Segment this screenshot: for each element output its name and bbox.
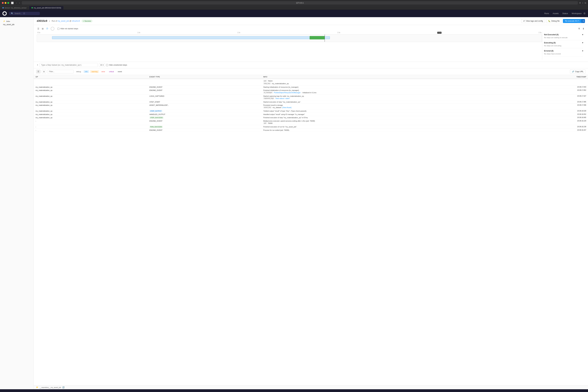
url-bar[interactable]: 127.0.0.1 [22, 1, 578, 4]
step-subset-input[interactable] [39, 63, 98, 67]
log-filter-input[interactable] [47, 70, 74, 74]
view-stdout-link[interactable]: View stdout / stderr [275, 98, 290, 99]
sidebar-toggle[interactable]: ⬜ [10, 2, 14, 4]
info-main: Started execution of step "my_materializ… [263, 101, 524, 103]
traffic-lights [2, 2, 9, 4]
hide-not-started-checkbox[interactable] [57, 28, 59, 30]
debug-file-button[interactable]: 🐛 Debug file [546, 19, 562, 23]
tab-asset-job-label: my_asset_job d3f215c9 [SUCCESS] [34, 7, 61, 9]
event-type-cell: ENGINE_EVENT [148, 128, 261, 132]
log-critical-filter[interactable]: critical [108, 70, 115, 73]
settings-icon[interactable]: ⚙ [584, 12, 586, 15]
nav-runs[interactable]: Runs [544, 12, 549, 14]
copy-icon[interactable]: ⧉ [585, 2, 586, 4]
filter-icon-btn[interactable]: ⚗ [578, 27, 581, 30]
nav-workspace[interactable]: Workspace [572, 12, 582, 14]
chevron-down-executing-icon: ▾ [582, 42, 583, 44]
timestamp-cell: 20:38:18.065 [525, 116, 588, 120]
log-info-filter[interactable]: info [84, 70, 89, 73]
nav-assets[interactable]: Assets [553, 12, 559, 14]
table-row: my_materialization_op HANDLED_OUTPUT Han… [34, 113, 588, 116]
timeline-ruler: 0.5s 1.0s 1.5s 2.0s 2.2s 2.5s [37, 32, 542, 34]
timestamp-cell: 20:38:18.239 [525, 125, 588, 128]
tab-bar: Sensor: my_directory_sensor my_asset_job… [0, 6, 588, 10]
step-success-tag: STEP_SUCCESS [150, 117, 164, 119]
reexecute-split-button: Re-execute All (*) ▾ [563, 19, 585, 23]
col-op: OP [34, 75, 148, 79]
download-icon-btn[interactable]: ⬇ [582, 27, 585, 30]
log-warning-filter[interactable]: warning [90, 70, 99, 73]
info-cell: Multiprocess executor: parent process ex… [261, 120, 525, 125]
executing-header[interactable]: Executing (0) ▾ [544, 42, 583, 44]
sub-suffix: - Initialized in 0.1ms [302, 92, 316, 94]
hide-unselected-checkbox[interactable] [106, 64, 108, 66]
logo[interactable] [2, 11, 7, 16]
errored-header[interactable]: Errored (0) ▾ [544, 50, 583, 52]
info-main: Handled output "result" using IO manager… [263, 114, 524, 115]
info-main: Finished initialization of resources [io… [263, 90, 524, 91]
ruler-1.5s: 1.5s [237, 32, 240, 34]
sidebar-jobs-section: ⚡ Jobs my_asset_job [0, 20, 33, 28]
fullscreen-button-tl[interactable] [7, 2, 9, 4]
timestamp-cell: 20:38:17.852 [525, 89, 588, 94]
share-icon[interactable]: ⬆ [579, 2, 581, 4]
op-cell: - [34, 128, 148, 132]
event-type-cell: LOGS_CAPTURED [148, 94, 261, 100]
hide-not-started-label[interactable]: Hide not started steps [57, 28, 78, 30]
not-executed-header[interactable]: Not Executed (0) ▾ [544, 34, 583, 36]
run-actions: 🏷 View tags and config 🐛 Debug file Re-e… [521, 19, 585, 23]
view-asset-link[interactable]: [View Asset] [282, 106, 291, 108]
close-button-tl[interactable] [2, 2, 4, 4]
hide-unselected-label[interactable]: Hide unselected steps [106, 64, 127, 66]
log-event-filter[interactable]: event [116, 70, 123, 73]
event-type-cell: HANDLED_OUTPUT [148, 113, 261, 116]
nav-links: Runs Assets Status Workspace [544, 12, 582, 14]
forward-button[interactable]: › [19, 2, 21, 4]
sidebar: ⚡ Jobs my_asset_job [0, 17, 34, 389]
timeline-gantt-btn[interactable]: ⏱ [45, 27, 49, 30]
copy-url-button[interactable]: 🔗 Copy URL [570, 70, 586, 74]
ruler-2.2s: 2.2s [437, 32, 441, 34]
timestamp-cell: 20:38:17.985 [525, 100, 588, 104]
minimize-button-tl[interactable] [4, 2, 6, 4]
nav-status[interactable]: Status [562, 12, 568, 14]
log-list-view-btn[interactable]: ☰ [36, 70, 41, 74]
step-options-button[interactable]: ⚙ ▾ [99, 63, 105, 67]
log-structured-view-btn[interactable]: ⊟ [42, 70, 46, 74]
refresh-icon[interactable]: 🔄 [62, 386, 64, 388]
browser-chrome: ⬜ ‹ › 127.0.0.1 ⬆ + ⧉ [0, 0, 588, 6]
run-job-link[interactable]: my_asset_job [58, 20, 69, 22]
back-button[interactable]: ‹ [15, 2, 17, 4]
sub-link[interactable]: PickledObjectFilesystemIOManager [274, 92, 301, 94]
sub-val: 76024 [268, 80, 273, 82]
timeline-graph-btn[interactable]: ⊞ [41, 27, 44, 30]
sub-key2: step_key [263, 82, 271, 84]
sidebar-item-my-asset-job[interactable]: my_asset_job [2, 23, 32, 26]
browser-actions: ⬆ + ⧉ [579, 2, 586, 4]
search-placeholder: Search... [14, 12, 22, 14]
app: 🔍 Search... / Runs Assets Status Workspa… [0, 10, 588, 389]
timestamp-cell: 20:38:17.843 [525, 86, 588, 89]
run-commit-link[interactable]: c81a41c9 [72, 20, 80, 22]
info-main: Starting initialization of resources [io… [263, 86, 524, 88]
timeline-track [37, 34, 542, 42]
info-cell: Yielded output "result" of type "Any". (… [261, 110, 525, 113]
timeline-list-btn[interactable]: ☰ [37, 27, 40, 30]
table-row: my_materialization_op STEP_SUCCESS Finis… [34, 116, 588, 120]
log-error-filter[interactable]: error [100, 70, 106, 73]
op-cell: my_materialization_op [34, 100, 148, 104]
view-tags-button[interactable]: 🏷 View tags and config [521, 19, 545, 23]
new-tab-icon[interactable]: + [582, 2, 584, 4]
ruler-2.5s: 2.5s [539, 32, 542, 34]
sub-key: pid [263, 80, 267, 82]
log-debug-filter[interactable]: debug [75, 70, 82, 73]
reexecute-caret-button[interactable]: ▾ [582, 19, 585, 23]
search-bar[interactable]: 🔍 Search... / [9, 12, 40, 15]
tab-sensor[interactable]: Sensor: my_directory_sensor [0, 6, 29, 10]
app-footer: 📁 __repository__my_asset_job 🔄 [34, 385, 588, 389]
not-executed-section: Not Executed (0) ▾ No steps are waiting … [544, 34, 583, 40]
right-panel: Not Executed (0) ▾ No steps are waiting … [542, 32, 585, 60]
table-row: my_materialization_op ENGINE_EVENT Finis… [34, 89, 588, 94]
reexecute-main-button[interactable]: Re-execute All (*) [563, 19, 582, 23]
tab-asset-job[interactable]: my_asset_job d3f215c9 [SUCCESS] [29, 6, 64, 10]
